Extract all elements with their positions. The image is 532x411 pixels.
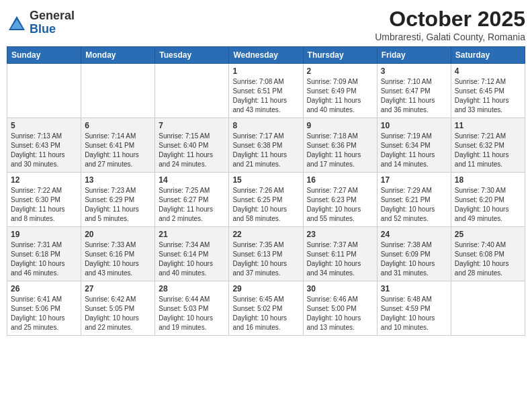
day-info: Sunrise: 7:25 AM Sunset: 6:27 PM Dayligh… (159, 186, 225, 224)
day-info: Sunrise: 7:17 AM Sunset: 6:38 PM Dayligh… (232, 132, 299, 169)
calendar-cell: 9Sunrise: 7:18 AM Sunset: 6:36 PM Daylig… (303, 118, 377, 173)
weekday-header: Friday (377, 47, 451, 64)
calendar-cell: 1Sunrise: 7:08 AM Sunset: 6:51 PM Daylig… (229, 64, 303, 118)
calendar-table: SundayMondayTuesdayWednesdayThursdayFrid… (7, 46, 525, 336)
day-number: 28 (159, 284, 225, 293)
day-number: 30 (307, 284, 373, 293)
day-info: Sunrise: 7:21 AM Sunset: 6:32 PM Dayligh… (455, 132, 521, 169)
weekday-header: Thursday (303, 47, 377, 64)
day-number: 29 (232, 284, 299, 293)
day-number: 17 (381, 175, 447, 185)
calendar-cell: 19Sunrise: 7:31 AM Sunset: 6:18 PM Dayli… (7, 227, 81, 281)
day-number: 2 (307, 66, 373, 76)
day-info: Sunrise: 6:44 AM Sunset: 5:03 PM Dayligh… (159, 295, 225, 332)
day-info: Sunrise: 7:19 AM Sunset: 6:34 PM Dayligh… (381, 132, 447, 169)
day-info: Sunrise: 7:27 AM Sunset: 6:23 PM Dayligh… (307, 186, 373, 224)
day-number: 1 (232, 66, 299, 76)
day-info: Sunrise: 7:09 AM Sunset: 6:49 PM Dayligh… (307, 77, 373, 115)
calendar-cell: 11Sunrise: 7:21 AM Sunset: 6:32 PM Dayli… (451, 118, 525, 173)
day-info: Sunrise: 7:15 AM Sunset: 6:40 PM Dayligh… (159, 132, 225, 169)
calendar-cell: 5Sunrise: 7:13 AM Sunset: 6:43 PM Daylig… (7, 118, 81, 173)
day-number: 23 (307, 230, 373, 239)
day-info: Sunrise: 7:33 AM Sunset: 6:16 PM Dayligh… (85, 240, 151, 278)
day-info: Sunrise: 6:46 AM Sunset: 5:00 PM Dayligh… (307, 295, 373, 332)
calendar-row: 19Sunrise: 7:31 AM Sunset: 6:18 PM Dayli… (7, 227, 525, 281)
calendar-row: 1Sunrise: 7:08 AM Sunset: 6:51 PM Daylig… (7, 64, 525, 118)
calendar-cell: 7Sunrise: 7:15 AM Sunset: 6:40 PM Daylig… (155, 118, 229, 173)
day-number: 4 (455, 66, 521, 76)
calendar-cell: 27Sunrise: 6:42 AM Sunset: 5:05 PM Dayli… (81, 281, 155, 336)
day-number: 11 (455, 121, 521, 130)
logo-blue: Blue (30, 23, 75, 36)
day-info: Sunrise: 7:35 AM Sunset: 6:13 PM Dayligh… (232, 240, 299, 278)
calendar-cell: 13Sunrise: 7:23 AM Sunset: 6:29 PM Dayli… (81, 173, 155, 227)
day-number: 7 (159, 121, 225, 130)
weekday-header: Wednesday (229, 47, 303, 64)
day-info: Sunrise: 7:10 AM Sunset: 6:47 PM Dayligh… (381, 77, 447, 115)
day-number: 22 (232, 230, 299, 239)
day-info: Sunrise: 7:23 AM Sunset: 6:29 PM Dayligh… (85, 186, 151, 224)
day-number: 21 (159, 230, 225, 239)
day-info: Sunrise: 7:08 AM Sunset: 6:51 PM Dayligh… (232, 77, 299, 115)
calendar-cell: 18Sunrise: 7:30 AM Sunset: 6:20 PM Dayli… (451, 173, 525, 227)
calendar-cell (155, 64, 229, 118)
calendar-cell: 22Sunrise: 7:35 AM Sunset: 6:13 PM Dayli… (229, 227, 303, 281)
logo: General Blue (7, 9, 75, 36)
day-number: 13 (85, 175, 151, 185)
day-info: Sunrise: 7:22 AM Sunset: 6:30 PM Dayligh… (11, 186, 77, 224)
calendar-cell: 16Sunrise: 7:27 AM Sunset: 6:23 PM Dayli… (303, 173, 377, 227)
calendar-cell: 4Sunrise: 7:12 AM Sunset: 6:45 PM Daylig… (451, 64, 525, 118)
title-block: October 2025 Umbraresti, Galati County, … (375, 7, 525, 42)
calendar-cell: 2Sunrise: 7:09 AM Sunset: 6:49 PM Daylig… (303, 64, 377, 118)
calendar-cell: 6Sunrise: 7:14 AM Sunset: 6:41 PM Daylig… (81, 118, 155, 173)
day-number: 6 (85, 121, 151, 130)
day-number: 12 (11, 175, 77, 185)
day-info: Sunrise: 6:45 AM Sunset: 5:02 PM Dayligh… (232, 295, 299, 332)
calendar-cell: 15Sunrise: 7:26 AM Sunset: 6:25 PM Dayli… (229, 173, 303, 227)
day-number: 14 (159, 175, 225, 185)
day-info: Sunrise: 7:12 AM Sunset: 6:45 PM Dayligh… (455, 77, 521, 115)
day-info: Sunrise: 7:26 AM Sunset: 6:25 PM Dayligh… (232, 186, 299, 224)
calendar-cell: 8Sunrise: 7:17 AM Sunset: 6:38 PM Daylig… (229, 118, 303, 173)
day-info: Sunrise: 7:18 AM Sunset: 6:36 PM Dayligh… (307, 132, 373, 169)
day-info: Sunrise: 7:31 AM Sunset: 6:18 PM Dayligh… (11, 240, 77, 278)
logo-text: General Blue (30, 9, 75, 36)
calendar-cell (451, 281, 525, 336)
calendar-cell: 25Sunrise: 7:40 AM Sunset: 6:08 PM Dayli… (451, 227, 525, 281)
day-number: 10 (381, 121, 447, 130)
weekday-header: Tuesday (155, 47, 229, 64)
day-info: Sunrise: 6:42 AM Sunset: 5:05 PM Dayligh… (85, 295, 151, 332)
calendar-cell (7, 64, 81, 118)
calendar-cell: 20Sunrise: 7:33 AM Sunset: 6:16 PM Dayli… (81, 227, 155, 281)
subtitle: Umbraresti, Galati County, Romania (375, 32, 525, 42)
calendar-row: 5Sunrise: 7:13 AM Sunset: 6:43 PM Daylig… (7, 118, 525, 173)
day-info: Sunrise: 6:41 AM Sunset: 5:06 PM Dayligh… (11, 295, 77, 332)
day-number: 16 (307, 175, 373, 185)
day-number: 9 (307, 121, 373, 130)
day-number: 15 (232, 175, 299, 185)
calendar-row: 26Sunrise: 6:41 AM Sunset: 5:06 PM Dayli… (7, 281, 525, 336)
day-info: Sunrise: 7:38 AM Sunset: 6:09 PM Dayligh… (381, 240, 447, 278)
month-title: October 2025 (375, 7, 525, 32)
calendar-cell: 29Sunrise: 6:45 AM Sunset: 5:02 PM Dayli… (229, 281, 303, 336)
day-info: Sunrise: 7:40 AM Sunset: 6:08 PM Dayligh… (455, 240, 521, 278)
day-info: Sunrise: 6:48 AM Sunset: 4:59 PM Dayligh… (381, 295, 447, 332)
day-info: Sunrise: 7:29 AM Sunset: 6:21 PM Dayligh… (381, 186, 447, 224)
calendar-cell: 31Sunrise: 6:48 AM Sunset: 4:59 PM Dayli… (377, 281, 451, 336)
day-info: Sunrise: 7:13 AM Sunset: 6:43 PM Dayligh… (11, 132, 77, 169)
calendar-cell: 3Sunrise: 7:10 AM Sunset: 6:47 PM Daylig… (377, 64, 451, 118)
day-number: 8 (232, 121, 299, 130)
page-header: General Blue October 2025 Umbraresti, Ga… (7, 7, 525, 42)
calendar-cell: 21Sunrise: 7:34 AM Sunset: 6:14 PM Dayli… (155, 227, 229, 281)
calendar-cell: 10Sunrise: 7:19 AM Sunset: 6:34 PM Dayli… (377, 118, 451, 173)
calendar-cell: 12Sunrise: 7:22 AM Sunset: 6:30 PM Dayli… (7, 173, 81, 227)
calendar-cell: 24Sunrise: 7:38 AM Sunset: 6:09 PM Dayli… (377, 227, 451, 281)
day-number: 5 (11, 121, 77, 130)
calendar-cell: 17Sunrise: 7:29 AM Sunset: 6:21 PM Dayli… (377, 173, 451, 227)
calendar-row: 12Sunrise: 7:22 AM Sunset: 6:30 PM Dayli… (7, 173, 525, 227)
day-number: 18 (455, 175, 521, 185)
calendar-cell: 28Sunrise: 6:44 AM Sunset: 5:03 PM Dayli… (155, 281, 229, 336)
weekday-header: Sunday (7, 47, 81, 64)
day-info: Sunrise: 7:37 AM Sunset: 6:11 PM Dayligh… (307, 240, 373, 278)
day-info: Sunrise: 7:34 AM Sunset: 6:14 PM Dayligh… (159, 240, 225, 278)
